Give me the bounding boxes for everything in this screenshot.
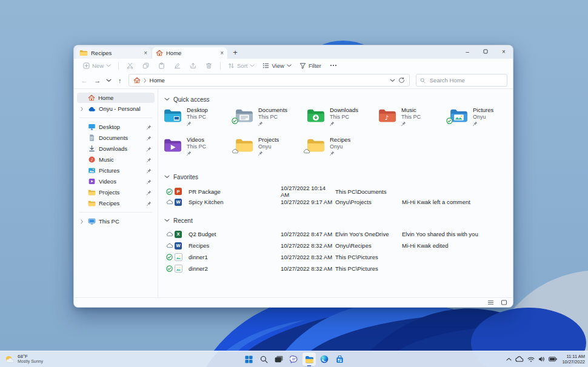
file-location: This PC\Pictures (335, 254, 402, 260)
item-name: Pictures (473, 107, 493, 114)
file-row-dinner1[interactable]: dinner1 10/27/2022 8:32 AM This PC\Pictu… (163, 251, 513, 263)
search-box[interactable] (416, 74, 507, 87)
quick-access-item-recipes[interactable]: Recipes Onyu (306, 137, 378, 162)
rename-button[interactable] (170, 60, 184, 71)
file-location: This PC\Pictures (335, 265, 402, 272)
tab-recipes[interactable]: Recipes × (76, 47, 151, 59)
edge-icon (320, 355, 329, 363)
sidebar-item-projects[interactable]: Projects (77, 187, 155, 197)
clock[interactable]: 11:11 AM 10/27/2022 (562, 354, 585, 365)
favorites-list: P PR Package 10/27/2022 10:14 AM This PC… (163, 185, 513, 208)
file-date: 10/27/2022 9:17 AM (281, 199, 335, 205)
back-button[interactable]: ← (79, 77, 89, 84)
sidebar-item-onedrive[interactable]: Onyu - Personal (77, 104, 155, 114)
sidebar-item-this-pc[interactable]: This PC (77, 216, 155, 226)
quick-access-item-music[interactable]: ♪ Music This PC (378, 107, 449, 132)
file-name: Recipes (185, 242, 281, 249)
show-hidden-icons-chevron[interactable] (506, 357, 512, 361)
sidebar-item-label: Pictures (99, 167, 119, 174)
new-tab-button[interactable]: + (230, 48, 241, 57)
quick-access-item-downloads[interactable]: Downloads This PC (306, 107, 378, 132)
file-activity: Mi-Hi Kwak edited (402, 242, 513, 249)
new-button[interactable]: New (80, 60, 114, 71)
file-location: Elvin Yoo's OneDrive (335, 231, 402, 237)
volume-icon[interactable] (538, 356, 545, 362)
file-row-recipes[interactable]: W Recipes 10/27/2022 8:32 AM Onyu\Recipe… (163, 240, 513, 251)
filter-button[interactable]: Filter (296, 60, 324, 71)
sidebar-item-pictures[interactable]: Pictures (77, 165, 155, 176)
cut-button[interactable] (123, 60, 137, 71)
file-explorer-icon (305, 355, 314, 363)
onedrive-tray-icon[interactable] (515, 356, 524, 362)
sort-button[interactable]: Sort (225, 60, 258, 71)
minimize-button[interactable]: – (458, 45, 476, 59)
see-more-button[interactable] (326, 60, 341, 71)
paste-button[interactable] (155, 60, 169, 71)
sidebar-item-music[interactable]: ♪ Music (77, 154, 155, 165)
section-header-quick-access[interactable]: Quick access (164, 95, 513, 104)
pin-icon (147, 157, 152, 162)
pin-icon (147, 136, 152, 141)
quick-access-item-videos[interactable]: Videos This PC (163, 137, 235, 162)
widgets-button[interactable]: 68°F Mostly Sunny (4, 354, 43, 365)
view-button[interactable]: View (259, 60, 294, 71)
file-explorer-button[interactable] (302, 352, 316, 366)
search-input[interactable] (429, 76, 503, 84)
videos-folder-icon (163, 138, 182, 153)
close-button[interactable]: × (495, 45, 513, 59)
close-tab-icon[interactable]: × (220, 50, 224, 56)
pictures-icon (88, 167, 96, 174)
sidebar-item-downloads[interactable]: Downloads (77, 144, 155, 154)
start-button[interactable] (242, 352, 255, 366)
wifi-icon[interactable] (527, 357, 535, 362)
recent-locations-chevron[interactable] (106, 79, 112, 82)
breadcrumb[interactable]: Home (150, 77, 165, 84)
chevron-right-icon (81, 219, 84, 224)
file-row-spicy-kitchen[interactable]: W Spicy Kitchen 10/27/2022 9:17 AM Onyu\… (163, 196, 513, 208)
window-body: Home Onyu - Personal Desktop Documents (74, 89, 513, 297)
sidebar-item-documents[interactable]: Documents (77, 133, 155, 143)
quick-access-item-projects[interactable]: Projects Onyu (235, 137, 306, 162)
chat-button[interactable] (287, 352, 301, 366)
clock-date: 10/27/2022 (562, 359, 585, 365)
battery-icon[interactable] (549, 357, 557, 362)
address-bar[interactable]: Home (129, 74, 410, 87)
address-dropdown-chevron[interactable] (390, 79, 395, 82)
refresh-icon[interactable] (398, 77, 405, 84)
share-button[interactable] (186, 60, 200, 71)
tab-home[interactable]: Home × (152, 47, 227, 59)
edge-browser-button[interactable] (318, 352, 331, 366)
copy-button[interactable] (139, 60, 153, 71)
file-row-q2-budget[interactable]: X Q2 Budget 10/27/2022 8:47 AM Elvin Yoo… (163, 228, 513, 240)
search-button[interactable] (257, 352, 270, 366)
sidebar-item-recipes[interactable]: Recipes (77, 198, 155, 208)
microsoft-store-button[interactable] (333, 352, 346, 366)
task-view-button[interactable] (272, 352, 286, 366)
sidebar-item-desktop[interactable]: Desktop (77, 122, 155, 132)
delete-button[interactable] (202, 60, 216, 71)
details-view-icon[interactable] (487, 300, 494, 305)
sidebar-item-home[interactable]: Home (77, 93, 155, 103)
section-header-recent[interactable]: Recent (164, 216, 513, 225)
maximize-button[interactable] (476, 45, 495, 59)
file-row-dinner2[interactable]: dinner2 10/27/2022 8:32 AM This PC\Pictu… (163, 263, 513, 274)
chevron-down-icon (106, 64, 111, 67)
close-tab-icon[interactable]: × (144, 50, 147, 56)
quick-access-item-pictures[interactable]: Pictures Onyu (449, 107, 513, 132)
item-name: Videos (187, 137, 206, 144)
pin-icon (147, 168, 152, 173)
pin-icon (258, 151, 263, 156)
sidebar-item-label: Downloads (99, 145, 127, 152)
file-row-pr-package[interactable]: P PR Package 10/27/2022 10:14 AM This PC… (163, 185, 513, 196)
item-name: Projects (258, 137, 279, 144)
sidebar-item-videos[interactable]: Videos (77, 176, 155, 187)
chevron-right-icon (81, 107, 84, 111)
section-header-favorites[interactable]: Favorites (164, 173, 513, 181)
forward-button[interactable]: → (93, 77, 102, 84)
up-button[interactable]: ↑ (115, 77, 125, 84)
quick-access-item-documents[interactable]: Documents This PC (235, 107, 306, 132)
large-thumbnails-view-icon[interactable] (501, 300, 507, 305)
pin-icon (330, 121, 335, 126)
window-controls: – × (458, 45, 513, 59)
quick-access-item-desktop[interactable]: Desktop This PC (163, 107, 235, 132)
